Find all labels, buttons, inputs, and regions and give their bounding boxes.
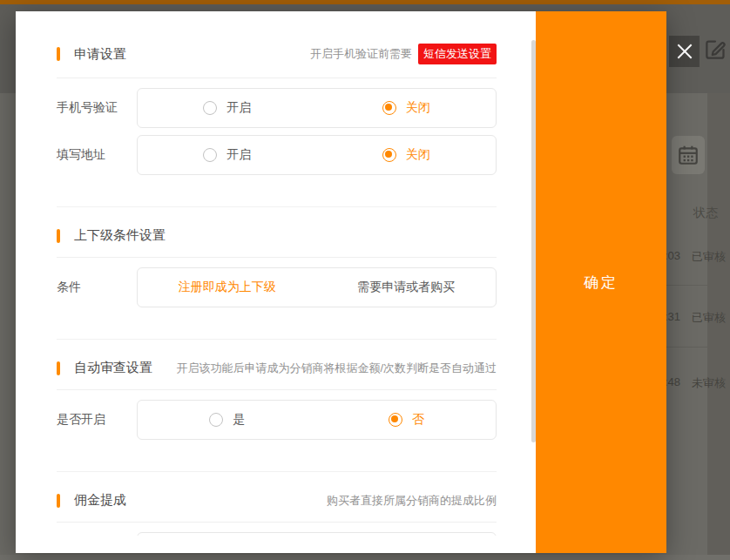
option-off[interactable]: 关闭 [317, 136, 497, 174]
section-apply-settings: 申请设置 开启手机验证前需要 短信发送设置 手机号验证 开启 [57, 44, 497, 175]
table-row: :03 已审核 [665, 249, 726, 265]
section-commission: 佣金提成 购买者直接所属分销商的提成比例 结算方式 ? 付款完算 [57, 471, 497, 536]
radio-icon[interactable] [382, 148, 396, 162]
radio-icon[interactable] [203, 101, 217, 115]
option-label: 是 [233, 412, 245, 428]
row-divider [666, 285, 707, 286]
modal-scrollbar[interactable] [531, 40, 536, 442]
option-order-settle[interactable]: 订单完算 [317, 533, 497, 536]
condition-row: 条件 注册即成为上下级 需要申请或者购买 [57, 267, 497, 307]
section-tick [57, 494, 60, 508]
option-apply-or-buy[interactable]: 需要申请或者购买 [317, 268, 497, 307]
modal-body: 申请设置 开启手机验证前需要 短信发送设置 手机号验证 开启 [16, 11, 536, 536]
section-hint: 开启手机验证前需要 短信发送设置 [310, 44, 497, 64]
option-on[interactable]: 开启 [138, 136, 317, 174]
option-register-bind[interactable]: 注册即成为上下级 [138, 268, 317, 307]
option-label: 开启 [226, 147, 251, 163]
radio-icon[interactable] [203, 148, 217, 162]
radio-group: 开启 关闭 [137, 135, 497, 175]
page-bottom-strip [0, 555, 730, 560]
radio-icon[interactable] [382, 101, 396, 115]
table-row: :48 未审核 [665, 375, 726, 391]
calendar-icon [677, 144, 700, 166]
option-yes[interactable]: 是 [138, 401, 317, 439]
distribution-settings-modal: 申请设置 开启手机验证前需要 短信发送设置 手机号验证 开启 [16, 11, 666, 553]
section-relation-condition: 上下级条件设置 条件 注册即成为上下级 需要申请或者购买 [57, 206, 497, 307]
table-row: :31 已审核 [665, 310, 726, 326]
row-time: :48 [665, 375, 680, 391]
section-auto-review: 自动审查设置 开启该功能后申请成为分销商将根据金额/次数判断是否自动通过 是否开… [57, 339, 497, 440]
table-header-status: 状态 [693, 206, 718, 221]
section-tick [57, 229, 60, 243]
section-header: 自动审查设置 开启该功能后申请成为分销商将根据金额/次数判断是否自动通过 [57, 360, 497, 390]
section-title: 申请设置 [74, 46, 126, 63]
row-label: 条件 [57, 280, 137, 295]
row-time: :31 [665, 310, 680, 326]
auto-review-row: 是否开启 是 否 [57, 400, 497, 440]
option-label: 否 [412, 412, 424, 428]
calendar-button[interactable] [672, 136, 705, 174]
radio-icon[interactable] [389, 413, 402, 427]
section-header: 佣金提成 购买者直接所属分销商的提成比例 [57, 492, 497, 523]
hint-text: 开启手机验证前需要 [310, 46, 412, 62]
section-header: 申请设置 开启手机验证前需要 短信发送设置 [57, 44, 497, 78]
section-header: 上下级条件设置 [57, 227, 497, 258]
settlement-row: 结算方式 ? 付款完算 订单完算 [57, 532, 497, 536]
page-right-margin [707, 93, 730, 560]
edit-icon[interactable] [704, 37, 727, 61]
option-off[interactable]: 关闭 [317, 89, 497, 127]
section-hint: 开启该功能后申请成为分销商将根据金额/次数判断是否自动通过 [176, 361, 497, 376]
row-label: 填写地址 [57, 147, 137, 163]
choice-group: 注册即成为上下级 需要申请或者购买 [137, 267, 497, 307]
sms-settings-link[interactable]: 短信发送设置 [418, 44, 497, 64]
section-tick [57, 47, 60, 61]
close-button[interactable] [669, 36, 700, 67]
address-row: 填写地址 开启 关闭 [57, 135, 497, 175]
section-tick [57, 361, 60, 375]
option-on[interactable]: 开启 [138, 89, 317, 127]
section-title: 上下级条件设置 [74, 227, 166, 244]
option-label: 关闭 [406, 147, 430, 163]
confirm-label: 确定 [584, 273, 618, 293]
option-label: 开启 [226, 100, 251, 116]
radio-group: 是 否 [137, 400, 497, 440]
radio-group: 开启 关闭 [137, 88, 497, 128]
radio-group: 付款完算 订单完算 [137, 532, 497, 536]
option-no[interactable]: 否 [317, 401, 497, 439]
confirm-button[interactable]: 确定 [536, 11, 666, 553]
row-status: 已审核 [692, 249, 726, 265]
option-label: 关闭 [406, 100, 430, 116]
section-title: 自动审查设置 [74, 360, 152, 376]
option-pay-settle[interactable]: 付款完算 [138, 533, 317, 536]
row-label: 手机号验证 [57, 100, 137, 116]
screen: 状态 :03 已审核 :31 已审核 :48 未审核 申请设置 开启手机验证前需 [0, 0, 730, 560]
row-divider [666, 347, 707, 347]
row-time: :03 [665, 249, 680, 265]
row-status: 已审核 [692, 310, 726, 326]
row-status: 未审核 [692, 375, 726, 391]
radio-icon[interactable] [209, 413, 223, 427]
close-icon [675, 42, 694, 61]
phone-verify-row: 手机号验证 开启 关闭 [57, 88, 497, 128]
section-hint: 购买者直接所属分销商的提成比例 [327, 493, 497, 509]
section-title: 佣金提成 [74, 492, 126, 509]
row-label: 是否开启 [57, 412, 137, 428]
